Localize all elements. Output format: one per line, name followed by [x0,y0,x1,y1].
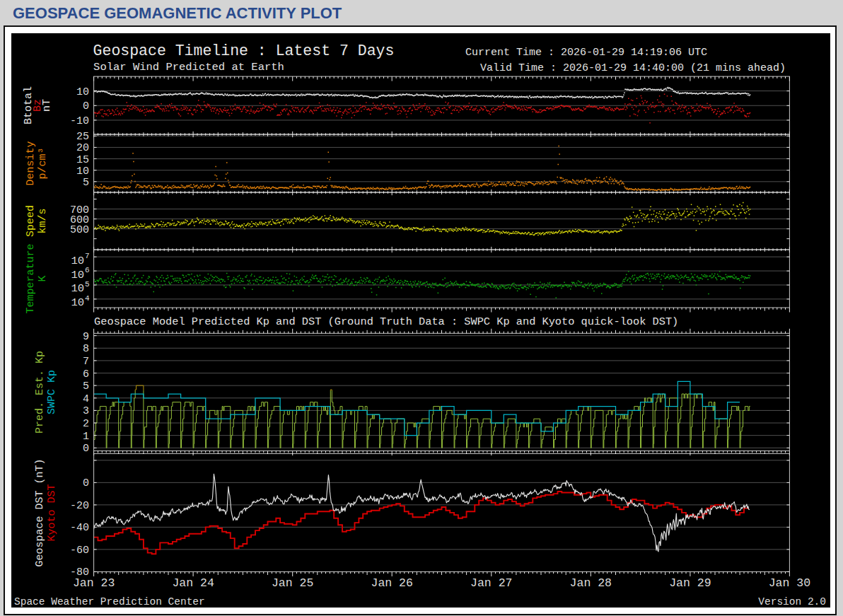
x-axis-label: Jan 30 [769,576,810,590]
y-tick-exp: 6 [85,266,90,274]
series-temperature [94,272,751,298]
series-swpc-kp [94,381,740,435]
panel-label-dst-1: Kyoto DST [46,484,58,541]
y-tick-label: 8 [83,343,89,355]
y-tick-label: 9 [83,331,89,343]
geospace-timeline-chart: Geospace Timeline : Latest 7 DaysSolar W… [11,33,830,608]
current-time: Current Time : 2026-01-29 14:19:06 UTC [465,47,707,59]
x-axis-label: Jan 27 [470,576,512,590]
x-axis-label: Jan 26 [371,576,413,590]
y-tick-exp: 7 [85,252,90,260]
y-tick-label: -80 [70,566,89,579]
page: {"page":{"title":"GEOSPACE GEOMAGNETIC A… [0,0,843,616]
panel-label-temperature-1: K [37,275,49,281]
x-axis-label: Jan 24 [172,576,214,590]
series-predicted-estimated-kp-storm [330,390,332,390]
plot-subtitle: Solar Wind Predicted at Earth [93,61,284,74]
y-tick-label: -10 [70,115,89,127]
y-tick-label: 2 [83,418,89,430]
y-tick-label: 15 [76,154,89,166]
panel-label-density-1: p/cm³ [37,147,49,179]
footer-version: Version 2.0 [758,596,826,608]
y-tick-label: 3 [83,405,89,417]
valid-time: Valid Time : 2026-01-29 14:40:00 (21 min… [480,62,786,74]
y-tick-label: 10 [76,165,89,178]
panel-label-dst-0: Geospace DST (nT) [34,458,46,566]
y-tick-label: 7 [83,356,89,368]
plot-area: Geospace Timeline : Latest 7 DaysSolar W… [11,33,830,608]
footer-credit: Space Weather Prediction Center [14,596,205,608]
x-tick-row [94,308,790,313]
x-tick-row [94,76,790,81]
series-bz [94,94,751,122]
panel-label-density-0: Density [25,141,37,185]
y-ticks-temperature [94,257,790,299]
series-geospace-dst [94,474,750,552]
plot-title: Geospace Timeline : Latest 7 Days [93,42,395,59]
y-tick-label: 0 [83,477,89,489]
panel-border-density [94,134,790,192]
panel-label-kp-1: SWPC Kp [46,370,58,414]
x-axis-label: Jan 29 [669,576,711,590]
series-btotal [94,88,751,98]
y-tick-label: 10 [71,282,84,295]
kp-dst-section-title: Geospace Model Predicted Kp and DST (Gro… [94,315,678,328]
y-tick-exp: 4 [85,294,90,303]
y-tick-label: 0 [83,443,89,455]
series-predicted-estimated-kp [144,390,330,448]
y-tick-label: -40 [70,522,89,534]
series-predicted-estimated-kp-storm [135,385,144,390]
panel-border-speed [94,192,790,250]
x-tick-row [94,329,790,334]
y-tick-label: 1 [83,431,89,443]
y-tick-label: 10 [71,255,84,267]
panel-label-speed-1: km/s [37,208,49,233]
panel-label-temperature-0: Temperature [25,243,37,313]
panel-label-kp-0: Pred. Est. Kp [34,351,46,434]
panel-label-bfield-2: nT [42,99,54,112]
y-tick-label: 4 [83,393,89,405]
y-tick-label: 5 [83,380,89,393]
y-tick-label: 10 [76,86,89,98]
y-tick-label: 5 [83,177,89,189]
x-tick-row [94,451,790,456]
y-tick-label: -60 [70,545,89,557]
y-tick-label: 6 [83,368,89,380]
y-ticks-dst [94,460,790,572]
y-tick-label: 25 [76,131,89,143]
x-axis-label: Jan 25 [272,576,313,590]
y-tick-label: 0 [83,100,89,112]
y-tick-label: -20 [70,500,89,512]
y-tick-exp: 5 [85,280,90,289]
x-axis-label: Jan 28 [570,576,612,590]
page-title: GEOSPACE GEOMAGNETIC ACTIVITY PLOT [13,4,342,23]
series-density [94,146,751,191]
series-predicted-estimated-kp [94,390,136,448]
y-tick-label: 10 [71,296,84,309]
y-tick-label: 20 [76,142,89,154]
panel-label-speed-0: Speed [25,205,37,237]
y-tick-label: 10 [71,269,84,281]
y-tick-label: 500 [70,224,89,236]
